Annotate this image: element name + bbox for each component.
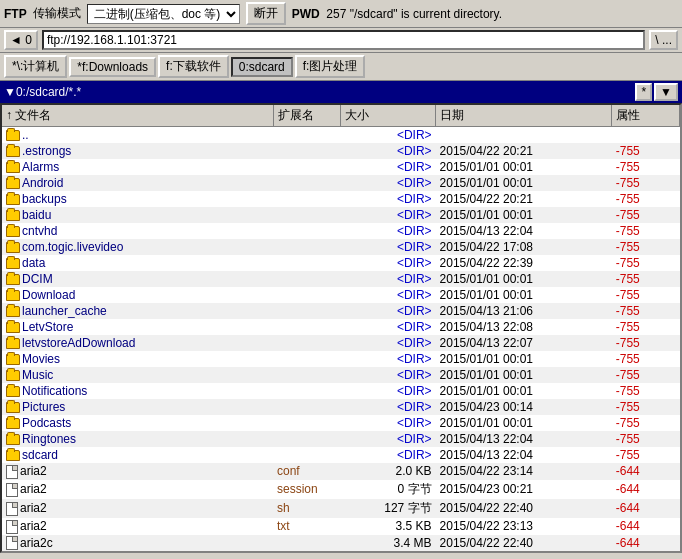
tab-sdcard[interactable]: 0:sdcard [231, 57, 293, 77]
file-icon [6, 536, 18, 550]
file-icon [6, 483, 18, 497]
folder-icon [6, 226, 20, 237]
table-row[interactable]: aria2session0 字节2015/04/23 00:21-644 [2, 480, 680, 499]
mode-select[interactable]: 二进制(压缩包、doc 等) [87, 4, 240, 24]
col-header-attr[interactable]: 属性 [612, 105, 680, 127]
pwd-info: PWD 257 "/sdcard" is current directory. [292, 7, 502, 21]
table-row[interactable]: launcher_cache<DIR>2015/04/13 21:06-755 [2, 303, 680, 319]
file-date: 2015/04/13 22:04 [436, 223, 612, 239]
file-date: 2015/01/01 00:01 [436, 383, 612, 399]
file-name: Music [22, 368, 53, 382]
star-button[interactable]: * [635, 83, 652, 101]
address-input[interactable] [42, 30, 645, 50]
table-row[interactable]: .estrongs<DIR>2015/04/22 20:21-755 [2, 143, 680, 159]
folder-icon [6, 162, 20, 173]
file-ext [273, 367, 341, 383]
file-name: cntvhd [22, 224, 57, 238]
col-header-date[interactable]: 日期 [436, 105, 612, 127]
file-size: <DIR> [341, 383, 436, 399]
table-row[interactable]: letvstoreAdDownload<DIR>2015/04/13 22:07… [2, 335, 680, 351]
file-icon [6, 502, 18, 516]
quick-nav-button[interactable]: \ ... [649, 30, 678, 50]
table-row[interactable]: data<DIR>2015/04/22 22:39-755 [2, 255, 680, 271]
file-ext [273, 207, 341, 223]
file-attr: -755 [612, 447, 680, 463]
file-size: <DIR> [341, 127, 436, 144]
file-attr: -755 [612, 207, 680, 223]
file-name: Notifications [22, 384, 87, 398]
file-attr: -644 [612, 480, 680, 499]
file-size: <DIR> [341, 143, 436, 159]
table-row[interactable]: cntvhd<DIR>2015/04/13 22:04-755 [2, 223, 680, 239]
file-ext: txt [273, 518, 341, 535]
file-name: com.togic.livevideo [22, 240, 123, 254]
file-ext [273, 175, 341, 191]
file-name: .. [22, 128, 29, 142]
file-size: <DIR> [341, 159, 436, 175]
file-date: 2015/04/23 00:21 [436, 480, 612, 499]
folder-icon [6, 402, 20, 413]
table-row[interactable]: ..<DIR> [2, 127, 680, 144]
file-ext: session [273, 480, 341, 499]
drop-button[interactable]: ▼ [654, 83, 678, 101]
file-size: <DIR> [341, 431, 436, 447]
file-attr: -755 [612, 239, 680, 255]
table-row[interactable]: Android<DIR>2015/01/01 00:01-755 [2, 175, 680, 191]
folder-icon [6, 306, 20, 317]
tab-photos[interactable]: f:图片处理 [295, 55, 366, 78]
file-name: sdcard [22, 448, 58, 462]
file-attr: -755 [612, 255, 680, 271]
file-ext [273, 303, 341, 319]
table-row[interactable]: sdcard<DIR>2015/04/13 22:04-755 [2, 447, 680, 463]
file-name: Android [22, 176, 63, 190]
disconnect-button[interactable]: 断开 [246, 2, 286, 25]
pwd-title: PWD [292, 7, 320, 21]
file-attr: -755 [612, 399, 680, 415]
file-attr: -755 [612, 415, 680, 431]
ftp-label: FTP [4, 7, 27, 21]
folder-icon [6, 354, 20, 365]
file-size: <DIR> [341, 399, 436, 415]
table-row[interactable]: aria2conf2.0 KB2015/04/22 23:14-644 [2, 463, 680, 480]
file-name: backups [22, 192, 67, 206]
table-row[interactable]: DCIM<DIR>2015/01/01 00:01-755 [2, 271, 680, 287]
table-row[interactable]: Ringtones<DIR>2015/04/13 22:04-755 [2, 431, 680, 447]
file-attr: -755 [612, 335, 680, 351]
table-row[interactable]: baidu<DIR>2015/01/01 00:01-755 [2, 207, 680, 223]
current-path: ▼0:/sdcard/*.* [4, 85, 81, 99]
file-date: 2015/01/01 00:01 [436, 271, 612, 287]
back-button[interactable]: ◄ 0 [4, 30, 38, 50]
tab-software[interactable]: f:下载软件 [158, 55, 229, 78]
file-attr: -644 [612, 518, 680, 535]
table-row[interactable]: Movies<DIR>2015/01/01 00:01-755 [2, 351, 680, 367]
file-attr: -644 [612, 535, 680, 552]
table-row[interactable]: backups<DIR>2015/04/22 20:21-755 [2, 191, 680, 207]
table-row[interactable]: Download<DIR>2015/01/01 00:01-755 [2, 287, 680, 303]
table-row[interactable]: Podcasts<DIR>2015/01/01 00:01-755 [2, 415, 680, 431]
file-size: <DIR> [341, 271, 436, 287]
table-row[interactable]: Notifications<DIR>2015/01/01 00:01-755 [2, 383, 680, 399]
file-name: aria2c [20, 536, 53, 550]
table-row[interactable]: com.togic.livevideo<DIR>2015/04/22 17:08… [2, 239, 680, 255]
table-row[interactable]: aria2txt3.5 KB2015/04/22 23:13-644 [2, 518, 680, 535]
file-ext [273, 287, 341, 303]
table-row[interactable]: LetvStore<DIR>2015/04/13 22:08-755 [2, 319, 680, 335]
file-attr: -755 [612, 319, 680, 335]
tab-downloads[interactable]: *f:Downloads [69, 57, 156, 77]
file-attr: -644 [612, 499, 680, 518]
col-header-size[interactable]: 大小 [341, 105, 436, 127]
tab-local-computer[interactable]: *\:计算机 [4, 55, 67, 78]
file-table-container[interactable]: ↑ 文件名 扩展名 大小 日期 属性 ..<DIR>.estrongs<DIR>… [0, 103, 682, 553]
file-ext [273, 447, 341, 463]
col-header-name[interactable]: ↑ 文件名 [2, 105, 273, 127]
table-row[interactable]: aria2c3.4 MB2015/04/22 22:40-644 [2, 535, 680, 552]
file-date: 2015/04/13 22:04 [436, 447, 612, 463]
table-row[interactable]: Alarms<DIR>2015/01/01 00:01-755 [2, 159, 680, 175]
table-row[interactable]: Music<DIR>2015/01/01 00:01-755 [2, 367, 680, 383]
table-row[interactable]: aria2sh127 字节2015/04/22 22:40-644 [2, 499, 680, 518]
col-header-ext[interactable]: 扩展名 [273, 105, 341, 127]
file-size: <DIR> [341, 223, 436, 239]
file-ext: sh [273, 499, 341, 518]
file-attr: -644 [612, 463, 680, 480]
table-row[interactable]: Pictures<DIR>2015/04/23 00:14-755 [2, 399, 680, 415]
